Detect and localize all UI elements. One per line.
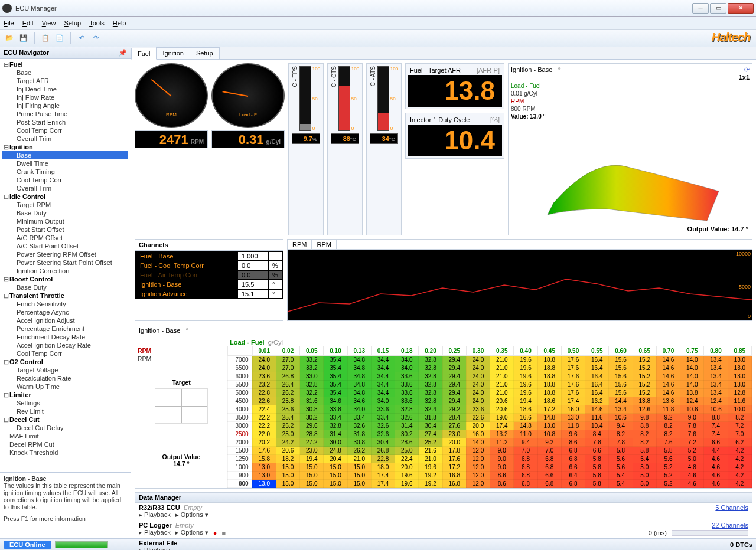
nav-tree[interactable]: ⊟FuelBaseTarget AFRInj Dead TimeInj Flow… [0,59,131,472]
nav-title: ECU Navigator [4,49,49,57]
ignition-table-panel: Ignition - Base ° Load - Fuel g/Cyl RPM … [135,325,752,489]
dtc-count: 0 DTCs [730,541,752,548]
titlebar: ECU Manager ─ ▭ ✕ [0,0,756,17]
tree-item[interactable]: Cool Temp Corr [2,349,128,358]
pin-icon[interactable]: 📌 [119,49,127,57]
tree-item[interactable]: Enrich Sensitivity [2,300,128,308]
surface-plot [524,120,737,233]
tree-item[interactable]: A/C Start Point Offset [2,242,128,250]
close-button[interactable]: ✕ [728,3,754,14]
save-icon[interactable]: 💾 [18,32,30,44]
tree-item[interactable]: Decel RPM Cut [2,440,128,448]
tree-group-decel-cut[interactable]: ⊟Decel Cut [2,415,128,424]
tree-group-transient-throttle[interactable]: ⊟Transient Throttle [2,292,128,300]
duty-display: Injector 1 Duty Cycle[%] 10.4 [405,113,504,159]
tree-item[interactable]: Accel Ignition Decay Rate [2,341,128,349]
refresh-icon[interactable]: ⟳ [744,66,750,74]
tree-item[interactable]: Decel Cut Delay [2,424,128,432]
dmgr-options[interactable]: ▸ Options ▾ [175,511,208,519]
undo-icon[interactable]: ↶ [76,32,87,44]
copy-icon[interactable]: 📋 [40,32,51,44]
tree-item[interactable]: Overall Trim [2,135,128,143]
tree-item[interactable]: Settings [2,399,128,407]
tab-fuel[interactable]: Fuel [131,48,157,60]
tree-item[interactable]: Inj Dead Time [2,85,128,93]
tree-item[interactable]: Target AFR [2,77,128,85]
open-icon[interactable]: 📂 [4,32,15,44]
tree-group-idle-control[interactable]: ⊟Idle Control [2,192,128,201]
tree-item[interactable]: Percentage Async [2,308,128,316]
dmgr-playback[interactable]: ▸ Playback [139,529,171,536]
minimize-button[interactable]: ─ [692,3,709,14]
main-panel: FuelIgnitionSetup RPM 2471RPM Load - F 0… [131,47,756,538]
tree-item[interactable]: MAF Limit [2,432,128,440]
menu-setup[interactable]: Setup [64,19,81,27]
tree-item[interactable]: Dwell Time [2,159,128,168]
tree-item[interactable]: Warm Up Time [2,382,128,391]
tree-item[interactable]: Inj Firing Angle [2,102,128,110]
tree-item[interactable]: Inj Flow Rate [2,93,128,102]
tree-item[interactable]: Enrichment Decay Rate [2,333,128,341]
menubar: FileEditViewSetupToolsHelp [0,17,756,30]
tree-item[interactable]: Accel Ignition Adjust [2,316,128,325]
tree-item[interactable]: Ignition Correction [2,267,128,275]
tree-item[interactable]: Base [2,68,128,77]
maximize-button[interactable]: ▭ [710,3,726,14]
tree-item[interactable]: Overall Trim [2,184,128,192]
paste-icon[interactable]: 📄 [54,32,66,44]
main-tabs: FuelIgnitionSetup [131,47,756,60]
tab-setup[interactable]: Setup [190,47,220,59]
stop-icon[interactable]: ■ [221,529,226,536]
record-icon[interactable]: ● [213,529,217,536]
tree-item[interactable]: Rev Limit [2,407,128,415]
toolbar: 📂 💾 📋 📄 ↶ ↷ Haltech [0,30,756,47]
ignition-grid[interactable]: 0.010.020.050.100.130.150.180.200.250.30… [227,346,752,488]
dmgr-source: PC Logger Empty22 Channels▸ Playback▸ Op… [135,520,752,538]
tree-item[interactable]: Power Steering Start Point Offset [2,258,128,267]
menu-edit[interactable]: Edit [22,19,34,27]
tree-item[interactable]: Post Start Offset [2,225,128,234]
tree-item[interactable]: Base Duty [2,209,128,217]
bar-cats: C - ATS10050034°C [366,63,402,235]
row-headers: RPM RPM TargetOutput Value14.7 ° [135,346,227,488]
tree-item[interactable]: Target RPM [2,201,128,209]
help-footer: Press F1 for more information [4,515,127,522]
graph-tab[interactable]: RPM [312,240,336,249]
data-manager: Data Manager R32/R33 ECU Empty5 Channels… [135,492,752,550]
tree-item[interactable]: Minimum Output [2,217,128,225]
dmgr-playback[interactable]: ▸ Playback [139,546,171,550]
dmgr-playback[interactable]: ▸ Playback [139,511,171,519]
graph-tab[interactable]: RPM [288,240,312,249]
tree-group-limiter[interactable]: ⊟Limiter [2,391,128,399]
afr-display: Fuel - Target AFR[AFR-P] 13.8 [405,63,504,109]
map-3d-panel: Ignition - Base °⟳ 1x1 Load - Fuel0.01 g… [508,63,752,235]
tree-item[interactable]: Recalculation Rate [2,374,128,382]
rpm-readout: 2471RPM [135,130,208,148]
tree-item[interactable]: Cool Temp Corr [2,176,128,184]
redo-icon[interactable]: ↷ [90,32,102,44]
tree-item[interactable]: Target Voltage [2,366,128,374]
tree-item[interactable]: Prime Pulse Time [2,110,128,118]
tree-item[interactable]: Post-Start Enrich [2,118,128,126]
tree-item[interactable]: Base Duty [2,283,128,292]
dmgr-options[interactable]: ▸ Options ▾ [175,529,208,536]
tree-group-boost-control[interactable]: ⊟Boost Control [2,275,128,283]
menu-help[interactable]: Help [113,19,126,27]
tree-item[interactable]: Percentage Enrichment [2,325,128,333]
tree-group-o2-control[interactable]: ⊟O2 Control [2,358,128,366]
tree-item[interactable]: Base [2,151,128,159]
tree-group-ignition[interactable]: ⊟Ignition [2,143,128,151]
menu-file[interactable]: File [4,19,14,27]
menu-tools[interactable]: Tools [89,19,105,27]
tree-item[interactable]: A/C RPM Offset [2,234,128,242]
tree-item[interactable]: Power Steering RPM Offset [2,250,128,258]
rpm-gauge: RPM [135,63,208,128]
tab-ignition[interactable]: Ignition [156,47,190,59]
ecu-navigator-panel: ECU Navigator📌 ⊟FuelBaseTarget AFRInj De… [0,47,131,538]
tree-group-fuel[interactable]: ⊟Fuel [2,60,128,68]
tree-item[interactable]: Knock Threshold [2,448,128,457]
menu-view[interactable]: View [42,19,56,27]
tree-item[interactable]: Crank Timing [2,168,128,176]
load-gauge: Load - F [211,63,285,128]
tree-item[interactable]: Cool Temp Corr [2,126,128,135]
